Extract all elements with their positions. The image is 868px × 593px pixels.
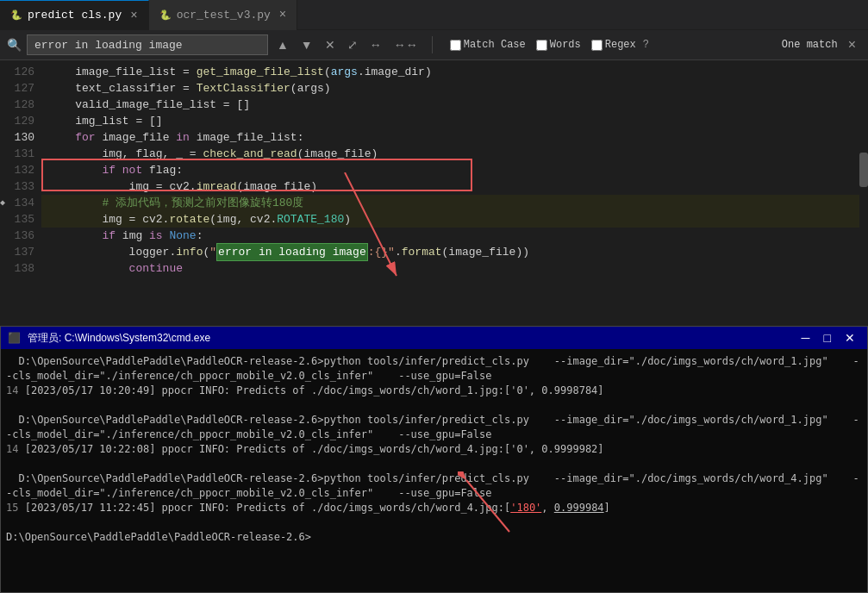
- match-count: One match: [782, 39, 838, 51]
- search-icon: 🔍: [7, 38, 22, 53]
- cmd-line-8: 15 [2023/05/17 11:22:45] ppocr INFO: Pre…: [6, 501, 862, 515]
- cmd-window-buttons: ─ □ ✕: [796, 331, 860, 345]
- python-icon-2: 🐍: [159, 9, 172, 21]
- code-line-131: img, flag, _ = check_and_read(image_file…: [41, 146, 868, 162]
- code-line-130: for image_file in image_file_list:: [41, 129, 868, 146]
- search-options-button[interactable]: ⤢: [344, 36, 361, 53]
- cmd-line-3: [6, 398, 862, 413]
- search-close-button[interactable]: ×: [843, 35, 861, 54]
- search-bar: 🔍 ▲ ▼ ✕ ⤢ ↔ ↔↔ Match Case Words Regex ? …: [0, 30, 868, 60]
- match-case-label: Match Case: [464, 39, 526, 51]
- match-case-option[interactable]: Match Case: [450, 39, 526, 51]
- code-line-129: img_list = []: [41, 113, 868, 129]
- code-line-137: logger.info("error in loading image:{}".…: [41, 244, 868, 260]
- tab-predict-label: predict cls.py: [28, 9, 122, 22]
- editor-scrollbar[interactable]: [859, 60, 868, 291]
- cmd-line-9: [6, 515, 862, 530]
- cmd-line-7: D:\OpenSource\PaddlePaddle\PaddleOCR-rel…: [6, 471, 862, 501]
- cmd-line-6: [6, 457, 862, 471]
- cmd-prompt-line: D:\OpenSource\PaddlePaddle\PaddleOCR-rel…: [6, 530, 862, 545]
- code-line-127: text_classifier = TextClassifier(args): [41, 80, 868, 97]
- cmd-window: ⬛ 管理员: C:\Windows\System32\cmd.exe ─ □ ✕…: [0, 326, 868, 593]
- words-option[interactable]: Words: [536, 39, 581, 51]
- cmd-maximize-button[interactable]: □: [819, 331, 836, 345]
- cmd-line-5: 14 [2023/05/17 10:22:08] ppocr INFO: Pre…: [6, 442, 862, 457]
- code-line-138: continue: [41, 260, 868, 277]
- python-icon: 🐍: [10, 9, 22, 21]
- words-checkbox[interactable]: [536, 40, 547, 51]
- words-label: Words: [550, 39, 581, 51]
- cmd-titlebar: ⬛ 管理员: C:\Windows\System32\cmd.exe ─ □ ✕: [1, 327, 867, 349]
- cmd-line-1: D:\OpenSource\PaddlePaddle\PaddleOCR-rel…: [6, 354, 862, 384]
- code-line-134: # 添加代码，预测之前对图像旋转180度: [41, 195, 868, 211]
- code-line-135: img = cv2.rotate(img, cv2.ROTATE_180): [41, 211, 868, 228]
- cmd-close-button[interactable]: ✕: [840, 331, 860, 345]
- regex-checkbox[interactable]: [591, 40, 603, 51]
- cmd-content: D:\OpenSource\PaddlePaddle\PaddleOCR-rel…: [1, 349, 867, 592]
- search-input[interactable]: [27, 34, 268, 55]
- cmd-minimize-button[interactable]: ─: [796, 331, 815, 345]
- code-area: 126 127 128 129 130 131 132 133 134 ◆ 13…: [0, 60, 868, 291]
- search-prev-button[interactable]: ▲: [273, 36, 292, 53]
- regex-label: Regex: [605, 39, 636, 51]
- cmd-line-4: D:\OpenSource\PaddlePaddle\PaddleOCR-rel…: [6, 413, 862, 442]
- search-replace-all-button[interactable]: ↔↔: [390, 36, 422, 53]
- code-content: image_file_list = get_image_file_list(ar…: [41, 60, 868, 291]
- cmd-line-2: 14 [2023/05/17 10:20:49] ppocr INFO: Pre…: [6, 384, 862, 398]
- tab-predict-cls[interactable]: 🐍 predict cls.py ×: [0, 0, 149, 30]
- cmd-icon: ⬛: [8, 332, 21, 345]
- match-case-checkbox[interactable]: [450, 40, 461, 51]
- code-line-133: img = cv2.imread(image_file): [41, 178, 868, 195]
- cmd-title: 管理员: C:\Windows\System32\cmd.exe: [28, 331, 790, 346]
- code-line-136: if img is None:: [41, 228, 868, 244]
- tab-predict-close[interactable]: ×: [130, 9, 137, 22]
- tab-bar: 🐍 predict cls.py × 🐍 ocr_test_v3.py ×: [0, 0, 868, 30]
- code-line-126: image_file_list = get_image_file_list(ar…: [41, 64, 868, 80]
- tab-ocr-label: ocr_test_v3.py: [177, 9, 271, 22]
- search-next-button[interactable]: ▼: [297, 36, 316, 53]
- code-line-128: valid_image_file_list = []: [41, 97, 868, 113]
- code-line-132: if not flag:: [41, 162, 868, 178]
- tab-ocr-close[interactable]: ×: [279, 8, 286, 22]
- search-clear-button[interactable]: ✕: [322, 36, 339, 53]
- search-replace-button[interactable]: ↔: [366, 36, 385, 53]
- regex-option[interactable]: Regex: [591, 39, 636, 51]
- editor-container: 🐍 predict cls.py × 🐍 ocr_test_v3.py × 🔍 …: [0, 0, 868, 593]
- line-numbers: 126 127 128 129 130 131 132 133 134 ◆ 13…: [0, 60, 41, 291]
- search-options: Match Case Words Regex ?: [450, 39, 649, 51]
- tab-ocr-test[interactable]: 🐍 ocr_test_v3.py ×: [149, 0, 298, 30]
